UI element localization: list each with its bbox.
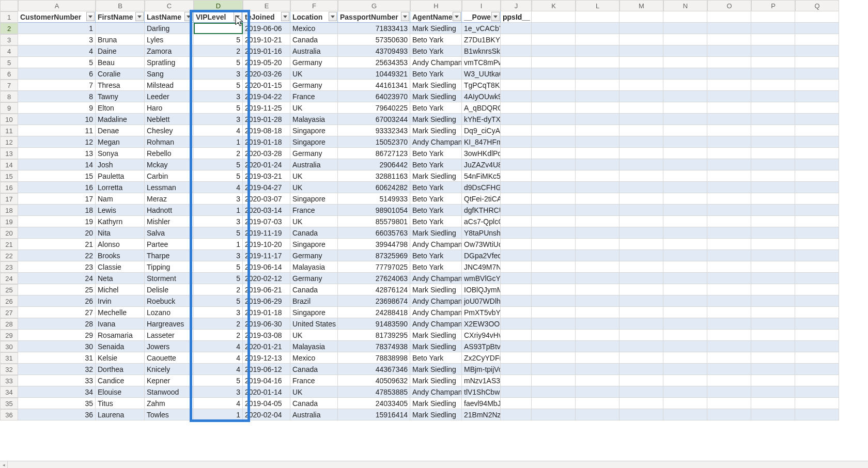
cell-C4[interactable]: Zamora <box>145 45 194 57</box>
cell-L12[interactable] <box>576 136 619 148</box>
cell-I11[interactable]: Dq9_ciCyAq8 <box>462 125 501 136</box>
cell-B33[interactable]: Candice <box>96 375 145 386</box>
cell-Q17[interactable] <box>795 193 839 205</box>
cell-K15[interactable] <box>532 170 576 182</box>
cell-D36[interactable]: 1 <box>194 409 243 420</box>
cell-M5[interactable] <box>619 57 663 68</box>
cell-C12[interactable]: Rohman <box>145 136 194 148</box>
cell-P14[interactable] <box>751 159 795 170</box>
cell-L14[interactable] <box>576 159 619 170</box>
cell-Q27[interactable] <box>795 307 839 318</box>
cell-P34[interactable] <box>751 386 795 398</box>
cell-L21[interactable] <box>576 239 619 250</box>
cell-L16[interactable] <box>576 182 619 193</box>
cell-D12[interactable]: 1 <box>194 136 243 148</box>
cell-B35[interactable]: Titus <box>96 398 145 409</box>
cell-G26[interactable]: 23698674 <box>338 295 410 307</box>
cell-C23[interactable]: Tipping <box>145 261 194 273</box>
cell-D15[interactable]: 5 <box>194 170 243 182</box>
cell-K31[interactable] <box>532 352 576 364</box>
cell-C17[interactable]: Meraz <box>145 193 194 205</box>
cell-P32[interactable] <box>751 364 795 375</box>
cell-Q11[interactable] <box>795 125 839 136</box>
cell-M32[interactable] <box>619 364 663 375</box>
cell-J10[interactable] <box>501 114 532 125</box>
cell-C3[interactable]: Lyles <box>145 34 194 45</box>
cell-G29[interactable]: 81739295 <box>338 330 410 341</box>
cell-N20[interactable] <box>663 227 707 239</box>
cell-M26[interactable] <box>619 295 663 307</box>
cell-P27[interactable] <box>751 307 795 318</box>
cell-B19[interactable]: Kathyrn <box>96 216 145 227</box>
cell-J35[interactable] <box>501 398 532 409</box>
cell-M18[interactable] <box>619 205 663 216</box>
header-cell-F[interactable]: Location <box>290 11 338 23</box>
cell-G7[interactable]: 44161341 <box>338 80 410 91</box>
cell-N19[interactable] <box>663 216 707 227</box>
cell-H8[interactable]: Mark Siedling <box>410 91 462 102</box>
cell-O25[interactable] <box>707 284 751 295</box>
cell-E25[interactable]: 2019-06-21 <box>243 284 290 295</box>
cell-M27[interactable] <box>619 307 663 318</box>
cell-J14[interactable] <box>501 159 532 170</box>
cell-A24[interactable]: 24 <box>18 273 96 284</box>
cell-J34[interactable] <box>501 386 532 398</box>
row-header-1[interactable]: 1 <box>0 11 18 23</box>
cell-H2[interactable]: Mark Siedling <box>410 23 462 34</box>
cell-Q35[interactable] <box>795 398 839 409</box>
cell-N15[interactable] <box>663 170 707 182</box>
cell-G11[interactable]: 93332343 <box>338 125 410 136</box>
cell-N21[interactable] <box>663 239 707 250</box>
cell-Q25[interactable] <box>795 284 839 295</box>
cell-A36[interactable]: 36 <box>18 409 96 420</box>
cell-Q10[interactable] <box>795 114 839 125</box>
cell-D8[interactable]: 3 <box>194 91 243 102</box>
row-header-8[interactable]: 8 <box>0 91 18 102</box>
cell-K2[interactable] <box>532 23 576 34</box>
cell-C6[interactable]: Sang <box>145 68 194 80</box>
cell-A26[interactable]: 26 <box>18 295 96 307</box>
cell-O19[interactable] <box>707 216 751 227</box>
cell-P29[interactable] <box>751 330 795 341</box>
cell-G32[interactable]: 44367346 <box>338 364 410 375</box>
cell-D3[interactable]: 5 <box>194 34 243 45</box>
cell-G16[interactable]: 60624282 <box>338 182 410 193</box>
cell-D20[interactable]: 5 <box>194 227 243 239</box>
row-header-30[interactable]: 30 <box>0 341 18 352</box>
row-header-6[interactable]: 6 <box>0 68 18 80</box>
cell-F20[interactable]: Canada <box>290 227 338 239</box>
cell-I17[interactable]: QtFei-2tiCA <box>462 193 501 205</box>
cell-I2[interactable]: 1e_vCACbYPY <box>462 23 501 34</box>
cell-G31[interactable]: 78838998 <box>338 352 410 364</box>
cell-F23[interactable]: Malayasia <box>290 261 338 273</box>
cell-P9[interactable] <box>751 102 795 114</box>
cell-F29[interactable]: UK <box>290 330 338 341</box>
cell-M20[interactable] <box>619 227 663 239</box>
cell-B23[interactable]: Classie <box>96 261 145 273</box>
cell-F35[interactable]: Canada <box>290 398 338 409</box>
cell-C28[interactable]: Hargreaves <box>145 318 194 330</box>
cell-N6[interactable] <box>663 68 707 80</box>
cell-G27[interactable]: 24288418 <box>338 307 410 318</box>
cell-H32[interactable]: Mark Siedling <box>410 364 462 375</box>
cell-K22[interactable] <box>532 250 576 261</box>
cell-K3[interactable] <box>532 34 576 45</box>
cell-E31[interactable]: 2019-12-13 <box>243 352 290 364</box>
row-header-14[interactable]: 14 <box>0 159 18 170</box>
cell-G24[interactable]: 27624063 <box>338 273 410 284</box>
cell-F11[interactable]: Singapore <box>290 125 338 136</box>
cell-H6[interactable]: Beto Yark <box>410 68 462 80</box>
cell-H4[interactable]: Beto Yark <box>410 45 462 57</box>
cell-Q7[interactable] <box>795 80 839 91</box>
cell-O26[interactable] <box>707 295 751 307</box>
filter-dropdown-icon[interactable] <box>491 12 500 21</box>
cell-C24[interactable]: Storment <box>145 273 194 284</box>
cell-J5[interactable] <box>501 57 532 68</box>
cell-Q4[interactable] <box>795 45 839 57</box>
cell-E33[interactable]: 2019-04-16 <box>243 375 290 386</box>
cell-A10[interactable]: 10 <box>18 114 96 125</box>
cell-I9[interactable]: A_qBDQROXFk <box>462 102 501 114</box>
cell-A27[interactable]: 27 <box>18 307 96 318</box>
cell-L15[interactable] <box>576 170 619 182</box>
cell-F19[interactable]: UK <box>290 216 338 227</box>
